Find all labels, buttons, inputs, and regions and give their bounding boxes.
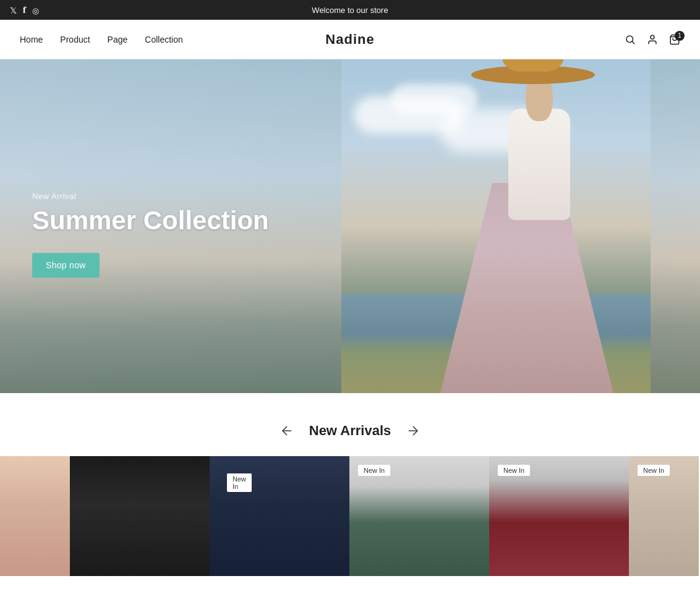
instagram-icon[interactable]: [32, 5, 39, 15]
svg-line-1: [632, 41, 634, 43]
navbar: Home Product Page Collection Nadine 1: [0, 20, 700, 59]
product-card-blazer[interactable]: [70, 456, 210, 576]
shop-now-button[interactable]: Shop now: [32, 253, 100, 278]
product-card-navy-dress[interactable]: Sale New In: [210, 456, 349, 576]
twitter-icon[interactable]: [10, 5, 17, 15]
hero-subtitle: New Arrival: [32, 192, 269, 201]
hero-content: New Arrival Summer Collection Shop now: [32, 192, 269, 278]
cart-count: 1: [675, 31, 685, 41]
product-card-partial-left[interactable]: [0, 456, 70, 576]
svg-point-2: [651, 35, 654, 39]
hero-image: [341, 59, 651, 393]
top-bar: Welcome to our store: [0, 0, 700, 20]
search-button[interactable]: [625, 34, 636, 45]
facebook-icon[interactable]: [23, 4, 26, 15]
hero-section: New Arrival Summer Collection Shop now: [0, 59, 700, 393]
cart-button[interactable]: 1: [669, 34, 680, 45]
new-in-badge-4: New In: [638, 465, 670, 476]
section-header: New Arrivals: [0, 423, 700, 439]
new-in-badge: New In: [227, 473, 252, 492]
nav-page[interactable]: Page: [108, 35, 128, 45]
svg-point-0: [626, 36, 633, 43]
store-message: Welcome to our store: [312, 6, 388, 15]
next-arrow-button[interactable]: [406, 423, 420, 438]
nav-icons: 1: [625, 34, 680, 45]
product-card-green-top[interactable]: New In: [349, 456, 489, 576]
products-strip: Sale New In New In New In New In: [0, 456, 700, 576]
nav-home[interactable]: Home: [20, 35, 43, 45]
hero-title: Summer Collection: [32, 206, 269, 235]
brand-logo[interactable]: Nadine: [325, 32, 374, 48]
product-card-partial-right[interactable]: New In: [629, 456, 699, 576]
new-in-badge-3: New In: [498, 465, 530, 476]
product-card-red-dress[interactable]: New In: [489, 456, 629, 576]
new-arrivals-section: New Arrivals Sale New In New In: [0, 393, 700, 591]
new-in-badge-2: New In: [358, 465, 390, 476]
prev-arrow-button[interactable]: [280, 423, 294, 438]
new-arrivals-title: New Arrivals: [309, 423, 391, 439]
account-button[interactable]: [647, 34, 658, 45]
social-links: [10, 4, 39, 15]
nav-collection[interactable]: Collection: [145, 35, 182, 45]
nav-links: Home Product Page Collection: [20, 35, 183, 45]
nav-product[interactable]: Product: [60, 35, 90, 45]
